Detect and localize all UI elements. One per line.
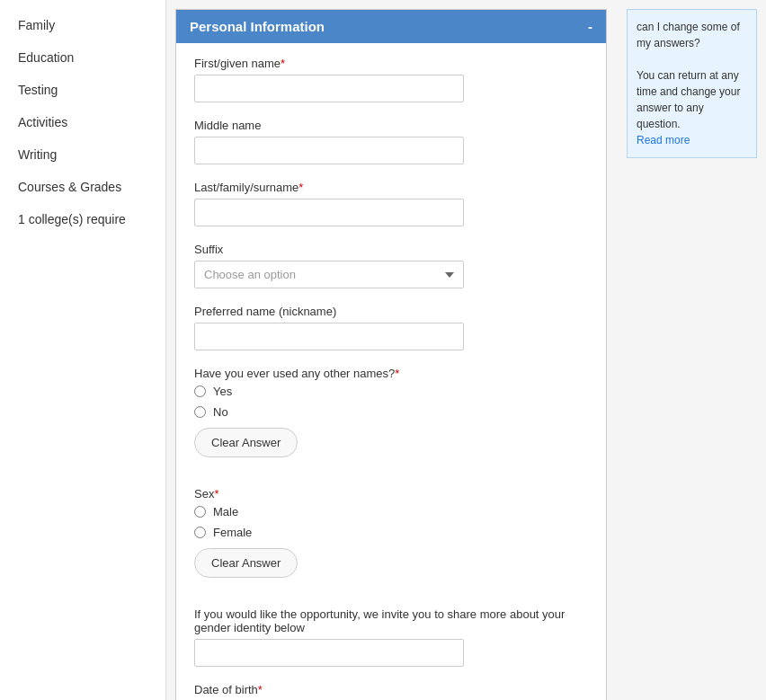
sidebar-item-testing[interactable]: Testing [0, 74, 165, 106]
sidebar-item-writing[interactable]: Writing [0, 138, 165, 171]
last-name-group: Last/family/surname* [194, 181, 588, 226]
other-names-no-radio[interactable] [194, 406, 206, 418]
sidebar-item-courses-grades[interactable]: Courses & Grades [0, 171, 165, 203]
other-names-radio-group: Yes No [194, 385, 588, 419]
other-names-no-text: No [213, 405, 228, 419]
preferred-name-label: Preferred name (nickname) [194, 305, 588, 318]
clear-answer-sex-button[interactable]: Clear Answer [194, 548, 298, 578]
middle-name-label: Middle name [194, 119, 588, 132]
last-name-input[interactable] [194, 199, 464, 226]
required-star: * [281, 57, 285, 70]
form-panel: Personal Information - First/given name*… [175, 9, 607, 700]
sex-male-label[interactable]: Male [194, 505, 588, 518]
required-star-4: * [214, 487, 218, 501]
other-names-yes-text: Yes [213, 385, 232, 398]
middle-name-group: Middle name [194, 119, 588, 164]
form-header: Personal Information - [176, 10, 606, 43]
sidebar-item-family[interactable]: Family [0, 9, 165, 41]
collapse-btn[interactable]: - [588, 19, 592, 34]
main-content: Personal Information - First/given name*… [166, 0, 618, 700]
gender-identity-group: If you would like the opportunity, we in… [194, 607, 588, 667]
clear-answer-other-names-button[interactable]: Clear Answer [194, 428, 298, 457]
sex-male-text: Male [213, 505, 238, 518]
other-names-label: Have you ever used any other names?* [194, 367, 588, 380]
last-name-label: Last/family/surname* [194, 181, 588, 194]
first-name-group: First/given name* [194, 57, 588, 102]
middle-name-input[interactable] [194, 137, 464, 164]
sex-group: Sex* Male Female Clear Answer [194, 487, 588, 591]
read-more-link[interactable]: Read more [637, 134, 690, 146]
preferred-name-input[interactable] [194, 323, 464, 350]
required-star-3: * [395, 367, 399, 380]
gender-identity-label: If you would like the opportunity, we in… [194, 607, 588, 634]
sex-female-label[interactable]: Female [194, 526, 588, 539]
info-box-question: can I change some of my answers? [637, 21, 740, 49]
sex-male-radio[interactable] [194, 506, 206, 518]
form-body: First/given name* Middle name Last/famil… [176, 43, 606, 700]
info-box: can I change some of my answers? You can… [627, 9, 757, 158]
gender-identity-input[interactable] [194, 639, 464, 667]
form-title: Personal Information [190, 19, 325, 34]
right-panel: can I change some of my answers? You can… [618, 0, 766, 700]
suffix-select[interactable]: Choose an option Jr. Sr. II III IV [194, 261, 464, 288]
sidebar-item-colleges-require[interactable]: 1 college(s) require [0, 203, 165, 235]
sidebar-item-education[interactable]: Education [0, 41, 165, 74]
other-names-group: Have you ever used any other names?* Yes… [194, 367, 588, 471]
other-names-yes-radio[interactable] [194, 385, 206, 397]
required-star-2: * [298, 181, 303, 194]
sex-female-radio[interactable] [194, 527, 206, 538]
other-names-yes-label[interactable]: Yes [194, 385, 588, 398]
suffix-group: Suffix Choose an option Jr. Sr. II III I… [194, 243, 588, 288]
info-box-body: You can return at any time and change yo… [637, 69, 740, 130]
sex-female-text: Female [213, 526, 252, 539]
other-names-no-label[interactable]: No [194, 405, 588, 419]
sex-label: Sex* [194, 487, 588, 501]
sidebar: Family Education Testing Activities Writ… [0, 0, 166, 700]
required-star-5: * [258, 683, 263, 696]
dob-label: Date of birth* [194, 683, 588, 696]
first-name-input[interactable] [194, 75, 464, 102]
preferred-name-group: Preferred name (nickname) [194, 305, 588, 350]
suffix-label: Suffix [194, 243, 588, 256]
sidebar-item-activities[interactable]: Activities [0, 106, 165, 138]
sex-radio-group: Male Female [194, 505, 588, 539]
dob-group: Date of birth* 📅 Date should be entered … [194, 683, 588, 700]
first-name-label: First/given name* [194, 57, 588, 70]
